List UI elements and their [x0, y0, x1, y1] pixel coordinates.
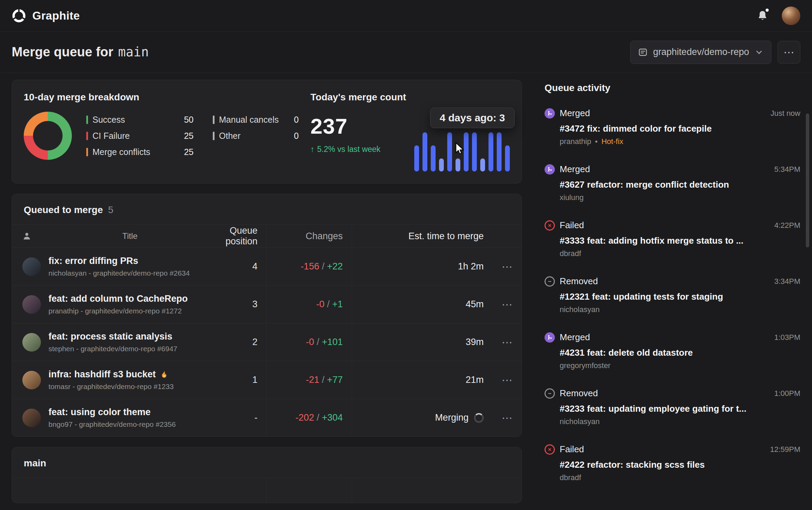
changes-value: -202 / +304	[266, 399, 352, 436]
legend-value: 25	[184, 131, 194, 141]
person-icon	[12, 225, 44, 247]
activity-item[interactable]: Merged 5:34PM #3627 refactor: merge conf…	[545, 164, 800, 202]
activity-item[interactable]: Failed 12:59PM #2422 refactor: stacking …	[545, 444, 800, 482]
activity-item[interactable]: Removed 1:00PM #3233 feat: updating empl…	[545, 388, 800, 426]
chart-bar[interactable]	[431, 145, 436, 171]
activity-author: dbradf	[560, 249, 581, 258]
main-branch-card: main	[12, 447, 522, 503]
chart-bar[interactable]	[447, 132, 452, 171]
chart-bar[interactable]	[489, 132, 493, 171]
header-more-button[interactable]: ⋯	[778, 41, 800, 64]
author-avatar	[22, 409, 41, 427]
queue-position-value: 2	[211, 323, 266, 361]
queued-row[interactable]: infra: hashdiff s3 bucket tomasr - graph…	[12, 361, 522, 399]
activity-pr-title[interactable]: #3627 refactor: merge conflict detection	[560, 179, 800, 190]
merged-icon	[545, 332, 555, 343]
chart-bar[interactable]	[439, 158, 444, 171]
legend-item: Merge conflicts 25	[86, 147, 194, 157]
row-more-button[interactable]: ⋯	[502, 298, 513, 311]
activity-item[interactable]: Failed 4:22PM #3333 feat: adding hotfix …	[545, 220, 800, 258]
activity-author: gregorymfoster	[560, 361, 611, 370]
est-time-value: 21m	[352, 361, 493, 399]
queued-row[interactable]: feat: using color theme bngo97 - graphit…	[12, 399, 522, 436]
activity-time: 1:00PM	[774, 389, 800, 398]
activity-status: Removed	[560, 276, 598, 287]
row-more-button[interactable]: ⋯	[502, 260, 513, 273]
activity-time: 3:34PM	[774, 277, 800, 286]
user-avatar[interactable]	[782, 7, 800, 25]
chart-bar[interactable]	[497, 132, 502, 171]
chart-bar[interactable]	[456, 158, 460, 171]
queued-row[interactable]: fix: error diffing PRs nicholasyan - gra…	[12, 247, 522, 285]
activity-status: Merged	[560, 332, 590, 343]
est-time-value: 45m	[352, 286, 493, 323]
pr-author: pranathip - graphitedev/demo-repo #1272	[48, 307, 182, 315]
queue-activity-panel: Queue activity Merged Just now #3472 fix…	[545, 80, 800, 503]
queued-row[interactable]: feat: process static analysis stephen - …	[12, 323, 522, 361]
pr-title[interactable]: infra: hashdiff s3 bucket	[48, 369, 168, 380]
breakdown-title: 10-day merge breakdown	[24, 92, 299, 103]
legend-label: CI Failure	[92, 131, 184, 141]
pr-author: nicholasyan - graphitedev/demo-repo #263…	[48, 269, 190, 277]
notifications-bell-icon[interactable]	[757, 10, 768, 22]
queued-card: Queued to merge 5 Title Queue position C…	[12, 194, 522, 437]
legend-item: CI Failure 25	[86, 131, 194, 141]
legend-marker	[213, 132, 215, 140]
activity-pr-title[interactable]: #4231 feat: delete old datastore	[560, 347, 800, 358]
pr-title[interactable]: feat: add column to CacheRepo	[48, 293, 188, 304]
est-time-value: 39m	[352, 323, 493, 361]
activity-status: Merged	[560, 108, 590, 119]
activity-pr-title[interactable]: #3472 fix: dimmed color for facepile	[560, 123, 800, 134]
queued-table-header: Title Queue position Changes Est. time t…	[12, 225, 522, 247]
activity-status: Failed	[560, 444, 584, 455]
pr-title[interactable]: fix: error diffing PRs	[48, 256, 138, 266]
activity-item[interactable]: Merged Just now #3472 fix: dimmed color …	[545, 108, 800, 146]
queued-row[interactable]: feat: add column to CacheRepo pranathip …	[12, 285, 522, 323]
queued-count: 5	[108, 204, 113, 215]
row-more-button[interactable]: ⋯	[502, 374, 513, 387]
changes-separator: /	[325, 299, 332, 310]
removed-icon	[545, 276, 555, 287]
merge-breakdown-donut	[24, 112, 72, 160]
brand: Graphite	[12, 9, 80, 23]
legend-value: 0	[294, 115, 299, 125]
pr-title[interactable]: feat: process static analysis	[48, 331, 172, 342]
activity-author: xiulung	[560, 193, 584, 202]
page-header: Merge queue for main graphitedev/demo-re…	[0, 32, 812, 73]
row-more-button[interactable]: ⋯	[502, 336, 513, 349]
activity-item[interactable]: Removed 3:34PM #12321 feat: updating tes…	[545, 276, 800, 314]
legend-item: Manual cancels 0	[213, 115, 299, 125]
queue-position-value: 3	[211, 286, 266, 323]
main-branch-title: main	[24, 458, 510, 469]
chart-tooltip: 4 days ago: 3	[430, 108, 515, 128]
pr-title[interactable]: feat: using color theme	[48, 407, 151, 418]
est-time-value: Merging	[352, 399, 493, 436]
chart-bar[interactable]	[480, 158, 485, 171]
pr-author: tomasr - graphitedev/demo-repo #1233	[48, 382, 174, 391]
activity-pr-title[interactable]: #2422 refactor: stacking scss files	[560, 459, 800, 470]
changes-value: -0 / +1	[266, 286, 352, 323]
activity-item[interactable]: Merged 1:03PM #4231 feat: delete old dat…	[545, 332, 800, 370]
merged-icon	[545, 164, 555, 175]
activity-time: 1:03PM	[774, 333, 800, 342]
main-branch-table-header	[12, 478, 522, 503]
activity-list: Merged Just now #3472 fix: dimmed color …	[545, 108, 800, 482]
merge-count-chart[interactable]	[414, 132, 510, 171]
chart-bar[interactable]	[414, 145, 419, 171]
chart-bar[interactable]	[423, 132, 427, 171]
removed-icon	[545, 388, 555, 399]
changes-separator: /	[314, 412, 322, 423]
row-more-button[interactable]: ⋯	[502, 411, 513, 424]
column-est-time: Est. time to merge	[352, 225, 493, 247]
merged-icon	[545, 108, 555, 119]
repo-selector[interactable]: graphitedev/demo-repo	[630, 41, 771, 64]
chart-bar[interactable]	[505, 145, 510, 171]
chart-bar[interactable]	[472, 132, 477, 171]
activity-pr-title[interactable]: #12321 feat: updating tests for staging	[560, 291, 800, 302]
activity-pr-title[interactable]: #3333 feat: adding hotfix merge status t…	[560, 235, 800, 246]
changes-separator: /	[319, 375, 327, 385]
scrollbar[interactable]	[806, 113, 809, 247]
chart-bar[interactable]	[464, 132, 469, 171]
merge-count-value: 237	[310, 114, 381, 138]
activity-pr-title[interactable]: #3233 feat: updating employee gating for…	[560, 403, 800, 414]
